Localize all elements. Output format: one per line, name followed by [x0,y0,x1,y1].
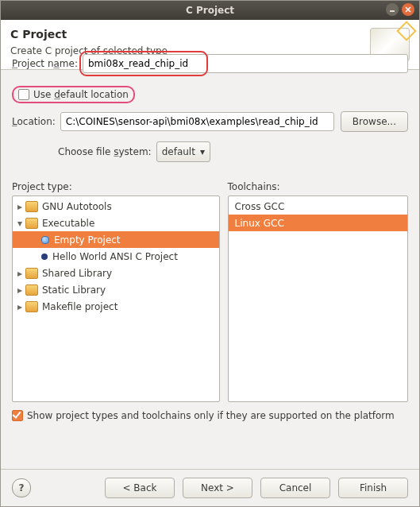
cancel-button[interactable]: Cancel [260,478,330,498]
highlight-use-default-location: Use default location [12,86,135,103]
list-item-label: Linux GCC [235,218,284,229]
location-row: Location: Browse... [12,111,408,132]
titlebar: C Project [1,1,419,20]
use-default-location-row: Use default location [12,86,408,103]
close-icon [405,6,411,13]
toolchains-column: Toolchains: Cross GCC Linux GCC [228,181,408,402]
svg-rect-0 [390,10,395,12]
folder-icon [25,301,38,312]
project-type-tree[interactable]: ▸ GNU Autotools ▾ Executable Empty Proje… [12,195,220,402]
window-buttons [386,3,414,16]
toolchains-list[interactable]: Cross GCC Linux GCC [228,195,408,402]
use-default-location-checkbox[interactable] [18,89,29,100]
collapse-arrow-icon: ▾ [16,218,24,229]
dialog-footer: ? < Back Next > Cancel Finish [1,469,419,506]
ptype-hello-world[interactable]: Hello World ANSI C Project [13,248,219,265]
browse-button[interactable]: Browse... [341,111,408,132]
list-item-label: Cross GCC [235,201,285,212]
expand-arrow-icon: ▸ [16,301,24,312]
ptype-static-library[interactable]: ▸ Static Library [13,281,219,298]
toolchains-label: Toolchains: [228,181,408,192]
use-default-location-label: Use default location [33,89,129,100]
expand-arrow-icon: ▸ [16,201,24,212]
tree-item-label: Empty Project [54,234,121,246]
type-toolchain-pane: Project type: ▸ GNU Autotools ▾ Executab… [12,181,408,402]
tree-item-label: Static Library [42,284,106,296]
tree-item-label: Shared Library [42,268,112,279]
filesystem-row: Choose file system: default ▾ [58,141,408,162]
project-type-label: Project type: [12,181,220,192]
location-input[interactable] [60,112,334,131]
help-button[interactable]: ? [12,478,31,497]
chevron-down-icon: ▾ [200,146,205,157]
folder-icon [25,218,38,229]
expand-arrow-icon: ▸ [16,268,24,279]
dialog-window: C Project C Project Create C project of … [0,0,420,507]
filesystem-combo[interactable]: default ▾ [156,141,210,162]
filter-checkbox[interactable] [12,410,23,421]
choose-fs-label: Choose file system: [58,146,152,157]
project-name-label-real: Project name: [12,58,78,69]
tree-item-label: Hello World ANSI C Project [52,251,178,262]
filter-row: Show project types and toolchains only i… [12,402,408,421]
filter-label: Show project types and toolchains only i… [27,410,395,421]
filesystem-value: default [162,146,195,157]
next-button[interactable]: Next > [183,478,252,498]
folder-icon [25,268,38,279]
ptype-gnu-autotools[interactable]: ▸ GNU Autotools [13,198,219,215]
dialog-title: C Project [10,28,364,41]
project-template-icon [41,236,49,244]
close-button[interactable] [402,3,414,16]
tree-item-label: Makefile project [42,301,118,312]
expand-arrow-icon: ▸ [16,284,24,296]
tree-item-label: Executable [42,218,94,229]
ptype-makefile-project[interactable]: ▸ Makefile project [13,298,219,315]
minimize-icon [389,6,395,13]
project-template-icon [41,254,48,260]
ptype-shared-library[interactable]: ▸ Shared Library [13,265,219,281]
minimize-button[interactable] [386,3,399,16]
ptype-executable[interactable]: ▾ Executable [13,215,219,231]
toolchain-linux-gcc[interactable]: Linux GCC [229,215,407,231]
tree-item-label: GNU Autotools [42,201,112,212]
project-name-field[interactable] [83,54,408,73]
ptype-empty-project[interactable]: Empty Project [13,231,219,248]
folder-icon [25,201,38,212]
filter-checkbox-label[interactable]: Show project types and toolchains only i… [12,410,408,421]
project-type-column: Project type: ▸ GNU Autotools ▾ Executab… [12,181,220,402]
window-title: C Project [1,5,419,16]
location-label: Location: [12,116,56,127]
toolchain-cross-gcc[interactable]: Cross GCC [229,198,407,215]
back-button[interactable]: < Back [105,478,175,498]
project-name-row-real: Project name: [12,54,408,73]
dialog-body: Project name: /* overlay trick: render o… [1,70,419,469]
folder-icon [25,284,38,296]
finish-button[interactable]: Finish [338,478,408,498]
